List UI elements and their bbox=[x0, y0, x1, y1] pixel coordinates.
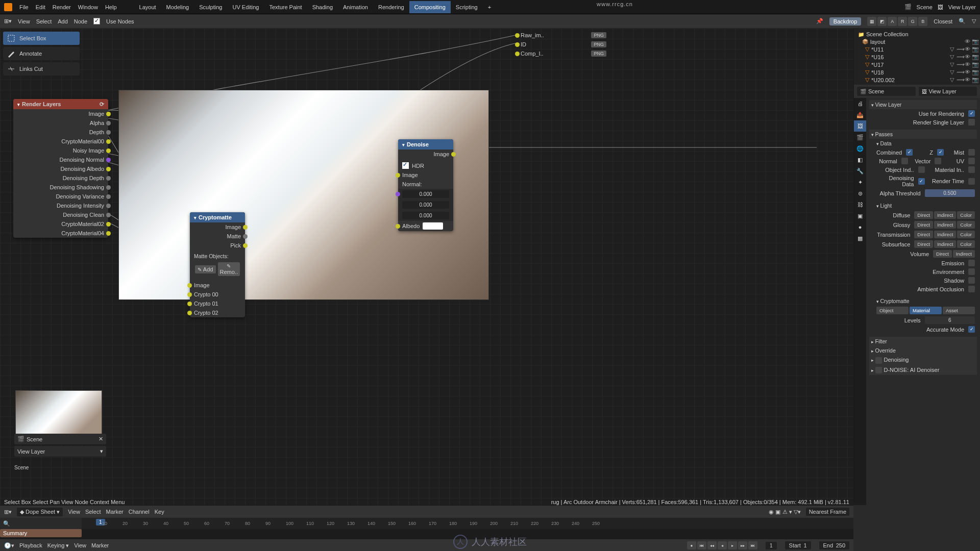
ds-select[interactable]: Select bbox=[85, 509, 101, 515]
backdrop-button[interactable]: Backdrop bbox=[829, 17, 861, 26]
scene-collection[interactable]: 📁 Scene Collection bbox=[856, 31, 978, 38]
start-frame[interactable]: Start 1 bbox=[785, 541, 811, 549]
obj-u16[interactable]: ▽*U16▽⟿👁📷 bbox=[856, 53, 978, 61]
emission-check[interactable] bbox=[968, 260, 975, 266]
rtime-check[interactable] bbox=[968, 178, 975, 185]
tab-rendering[interactable]: Rendering bbox=[373, 1, 409, 13]
sect-denoising[interactable]: Denoising bbox=[869, 355, 977, 365]
levels-field[interactable]: 6 bbox=[925, 316, 975, 324]
shadow-check[interactable] bbox=[968, 277, 975, 284]
tab-material-icon[interactable]: ● bbox=[854, 221, 866, 233]
viewlayer-field[interactable]: View Layer bbox=[948, 4, 976, 10]
coll-layout[interactable]: 📦 layout👁📷 bbox=[856, 38, 978, 45]
tab-texture-icon[interactable]: ▩ bbox=[854, 233, 866, 244]
obj-u11[interactable]: ▽*U11▽⟿👁📷 bbox=[856, 45, 978, 53]
tab-layout[interactable]: Layout bbox=[134, 1, 161, 13]
use-render-check[interactable] bbox=[968, 110, 975, 117]
sect-override[interactable]: Override bbox=[869, 346, 977, 355]
tab-modifier-icon[interactable]: 🔧 bbox=[854, 165, 866, 177]
normal-z[interactable]: 0.000 bbox=[398, 210, 453, 221]
tab-particle-icon[interactable]: ✦ bbox=[854, 177, 866, 188]
menu-file[interactable]: File bbox=[19, 4, 29, 10]
scene-icon[interactable]: 🎬 bbox=[904, 4, 912, 10]
filter-icon[interactable]: ▽ bbox=[972, 18, 976, 24]
pb-marker[interactable]: Marker bbox=[91, 542, 109, 548]
sect-crypto[interactable]: Cryptomatte bbox=[869, 296, 977, 306]
node-header[interactable]: Render Layers⟳ bbox=[13, 99, 108, 109]
tab-object-icon[interactable]: ◧ bbox=[854, 154, 866, 165]
hdr-add[interactable]: Add bbox=[58, 18, 68, 24]
closest-dropdown[interactable]: Closest bbox=[934, 18, 952, 24]
albedo-swatch[interactable] bbox=[423, 222, 443, 230]
editor-type-icon[interactable]: ⊞▾ bbox=[4, 18, 12, 24]
subs-btns[interactable]: DirectIndirectColor bbox=[914, 240, 975, 248]
ch-alpha-icon[interactable]: ◩ bbox=[877, 17, 887, 26]
layer-select[interactable]: View Layer▾ bbox=[14, 446, 106, 457]
matin-check[interactable] bbox=[968, 166, 975, 173]
node-header[interactable]: Cryptomatte bbox=[190, 212, 245, 222]
normal-x[interactable]: 0.000 bbox=[398, 189, 453, 199]
add-button[interactable]: ✎ Add bbox=[195, 265, 216, 273]
sect-viewlayer[interactable]: View Layer bbox=[869, 100, 977, 109]
tab-scripting[interactable]: Scripting bbox=[451, 1, 483, 13]
pb-playback[interactable]: Playback bbox=[19, 542, 42, 548]
sect-light[interactable]: Light bbox=[869, 201, 977, 210]
vol-btns[interactable]: DirectIndirect bbox=[933, 250, 975, 258]
pb-view[interactable]: View bbox=[74, 542, 86, 548]
z-check[interactable] bbox=[937, 149, 944, 156]
tab-scene-icon[interactable]: 🎬 bbox=[854, 132, 866, 143]
ds-icons[interactable]: ◉ ▣ ⚠ ▾ ▽▾ bbox=[769, 509, 800, 515]
dopesheet-body[interactable]: Summary bbox=[0, 529, 853, 539]
editor-type-icon[interactable]: 🕐▾ bbox=[4, 542, 14, 549]
ds-view[interactable]: View bbox=[68, 509, 80, 515]
sect-filter[interactable]: Filter bbox=[869, 337, 977, 346]
menu-edit[interactable]: Edit bbox=[36, 4, 45, 10]
jump-end-icon[interactable]: ⏭ bbox=[748, 541, 757, 549]
tab-viewlayer-icon[interactable]: 🖼 bbox=[854, 120, 866, 132]
crypto-btns[interactable]: ObjectMaterialAsset bbox=[876, 307, 975, 314]
uv-check[interactable] bbox=[968, 158, 975, 164]
blender-logo-icon[interactable] bbox=[4, 3, 12, 11]
normal-check[interactable] bbox=[901, 158, 908, 164]
accurate-check[interactable] bbox=[968, 326, 975, 333]
hdr-node[interactable]: Node bbox=[74, 18, 87, 24]
single-layer-check[interactable] bbox=[968, 119, 975, 126]
editor-type-icon[interactable]: ⊞▾ bbox=[4, 509, 12, 515]
tab-world-icon[interactable]: 🌐 bbox=[854, 143, 866, 154]
node-canvas[interactable]: Select Box Annotate Links Cut Render Lay… bbox=[0, 29, 853, 505]
tab-texture[interactable]: Texture Paint bbox=[264, 1, 307, 13]
tool-links-cut[interactable]: Links Cut bbox=[3, 62, 80, 76]
remove-button[interactable]: ✎ Remo.. bbox=[218, 262, 240, 276]
autokey-icon[interactable]: ● bbox=[687, 541, 696, 549]
ch-b[interactable]: B bbox=[918, 17, 927, 26]
tab-data-icon[interactable]: ▣ bbox=[854, 210, 866, 221]
scene-field[interactable]: Scene bbox=[917, 4, 933, 10]
tab-sculpting[interactable]: Sculpting bbox=[194, 1, 227, 13]
jump-start-icon[interactable]: ⏮ bbox=[697, 541, 706, 549]
menu-help[interactable]: Help bbox=[105, 4, 117, 10]
eye-icon[interactable]: 👁 bbox=[964, 38, 970, 45]
summary-channel[interactable]: Summary bbox=[0, 529, 82, 537]
use-nodes-check[interactable] bbox=[93, 18, 100, 24]
viewlayer-icon[interactable]: 🖼 bbox=[938, 4, 943, 10]
current-frame-field[interactable]: 1 bbox=[766, 542, 777, 549]
node-file-output[interactable]: Raw_im..PNG IDPNG Comp_I..PNG bbox=[518, 31, 609, 58]
dendata-check[interactable] bbox=[918, 178, 925, 185]
tab-modeling[interactable]: Modeling bbox=[161, 1, 194, 13]
sect-passes[interactable]: Passes bbox=[869, 130, 977, 139]
pin-icon[interactable]: 📌 bbox=[816, 18, 823, 24]
pb-keying[interactable]: Keying ▾ bbox=[47, 542, 69, 549]
play-rev-icon[interactable]: ◂ bbox=[718, 541, 727, 549]
property-content[interactable]: View Layer Use for Rendering Render Sing… bbox=[866, 98, 980, 505]
hdr-select[interactable]: Select bbox=[36, 18, 52, 24]
objind-check[interactable] bbox=[918, 166, 925, 173]
dopesheet-mode[interactable]: ◆ Dope Sheet ▾ bbox=[17, 508, 63, 516]
combined-check[interactable] bbox=[906, 149, 913, 156]
ch-a[interactable]: A bbox=[888, 17, 897, 26]
ds-key[interactable]: Key bbox=[155, 509, 164, 515]
tab-add[interactable]: + bbox=[483, 1, 496, 13]
scene-pill[interactable]: 🎬 Scene bbox=[857, 87, 916, 96]
node-denoise[interactable]: Denoise Image HDR Image Normal: 0.000 0.… bbox=[398, 139, 453, 231]
trans-btns[interactable]: DirectIndirectColor bbox=[914, 231, 975, 238]
ch-img-icon[interactable]: ▦ bbox=[867, 17, 876, 26]
